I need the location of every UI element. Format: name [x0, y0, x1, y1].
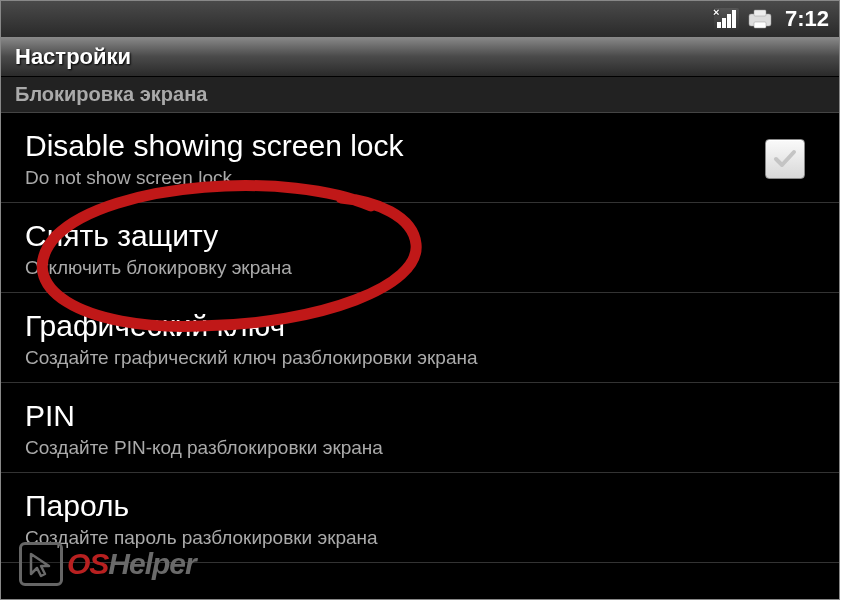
item-subtitle: Создайте графический ключ разблокировки … — [25, 347, 825, 369]
section-header: Блокировка экрана — [1, 77, 839, 113]
item-subtitle: Создайте пароль разблокировки экрана — [25, 527, 825, 549]
status-time: 7:12 — [785, 6, 829, 32]
item-title: Пароль — [25, 489, 825, 523]
status-bar: × 7:12 — [1, 1, 839, 37]
debug-icon — [747, 8, 773, 30]
svg-rect-2 — [754, 22, 766, 28]
page-title: Настройки — [15, 44, 131, 70]
phone-frame: × 7:12 Настройки Блокировка экрана Disab — [0, 0, 840, 600]
item-title: Графический ключ — [25, 309, 825, 343]
item-title: PIN — [25, 399, 825, 433]
item-title: Disable showing screen lock — [25, 129, 765, 163]
item-subtitle: Отключить блокировку экрана — [25, 257, 825, 279]
title-bar: Настройки — [1, 37, 839, 77]
section-header-text: Блокировка экрана — [15, 83, 207, 105]
checkmark-icon — [771, 145, 799, 173]
item-subtitle: Создайте PIN-код разблокировки экрана — [25, 437, 825, 459]
item-pattern[interactable]: Графический ключ Создайте графический кл… — [1, 293, 839, 383]
item-title: Снять защиту — [25, 219, 825, 253]
svg-rect-1 — [754, 10, 766, 16]
item-subtitle: Do not show screen lock — [25, 167, 765, 189]
item-pin[interactable]: PIN Создайте PIN-код разблокировки экран… — [1, 383, 839, 473]
item-password[interactable]: Пароль Создайте пароль разблокировки экр… — [1, 473, 839, 563]
item-remove-protection[interactable]: Снять защиту Отключить блокировку экрана — [1, 203, 839, 293]
settings-list: Disable showing screen lock Do not show … — [1, 113, 839, 563]
item-disable-lock[interactable]: Disable showing screen lock Do not show … — [1, 113, 839, 203]
signal-icon: × — [714, 8, 739, 30]
checkbox-disable-lock[interactable] — [765, 139, 805, 179]
